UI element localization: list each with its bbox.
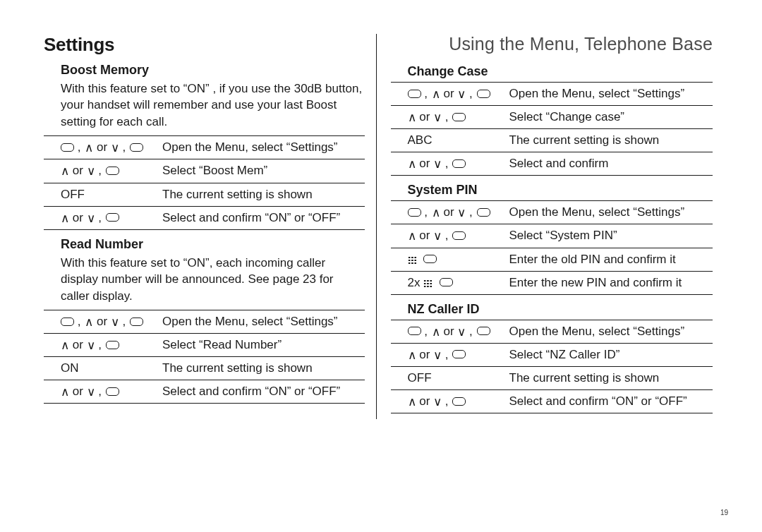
up-icon: ∧	[85, 142, 93, 154]
softkey-icon	[452, 350, 466, 358]
softkey-icon	[477, 208, 490, 217]
section-title-boost-memory: Boost Memory	[61, 63, 365, 78]
up-icon: ∧	[61, 165, 69, 177]
table-row: ONThe current setting is shown	[44, 357, 365, 380]
up-icon: ∧	[408, 230, 416, 242]
table-row: ∧ or ∨ , Select “Change case”	[391, 106, 713, 129]
softkey-icon	[130, 318, 143, 326]
step-description: The current setting is shown	[161, 183, 365, 206]
step-keys: ON	[44, 357, 161, 380]
step-description: Select “System PIN”	[508, 224, 713, 248]
table-row: , ∧ or ∨ , Open the Menu, select “Settin…	[391, 320, 713, 343]
down-icon: ∨	[457, 207, 466, 219]
page-title: Settings	[44, 34, 365, 56]
softkey-icon	[452, 113, 466, 121]
down-icon: ∨	[433, 230, 442, 242]
system-pin-steps-table: , ∧ or ∨ , Open the Menu, select “Settin…	[391, 200, 713, 294]
softkey-icon	[408, 208, 421, 217]
down-icon: ∨	[433, 396, 442, 408]
table-row: ∧ or ∨ , Select “Boost Mem”	[44, 159, 365, 183]
down-icon: ∨	[111, 316, 119, 328]
boost-memory-intro: With this feature set to “ON” , if you u…	[61, 80, 365, 130]
up-icon: ∧	[61, 212, 69, 224]
softkey-icon	[130, 143, 143, 152]
up-icon: ∧	[85, 316, 93, 328]
softkey-icon	[106, 213, 119, 222]
step-description: The current setting is shown	[508, 129, 713, 152]
down-icon: ∨	[87, 212, 95, 224]
up-icon: ∧	[408, 349, 416, 361]
up-icon: ∧	[408, 158, 416, 170]
step-description: Open the Menu, select “Settings”	[508, 201, 713, 224]
table-row: Enter the old PIN and confirm it	[391, 248, 713, 271]
step-keys: ∧ or ∨ ,	[44, 159, 161, 183]
down-icon: ∨	[433, 158, 442, 170]
step-keys: 2x	[391, 271, 508, 294]
softkey-icon	[477, 327, 490, 335]
step-description: Open the Menu, select “Settings”	[161, 136, 365, 159]
softkey-icon	[477, 90, 490, 98]
step-description: Select “NZ Caller ID”	[508, 343, 713, 366]
down-icon: ∨	[433, 349, 442, 361]
table-row: ∧ or ∨ , Select “Read Number”	[44, 334, 365, 357]
down-icon: ∨	[87, 339, 95, 351]
step-description: The current setting is shown	[161, 357, 365, 380]
dialpad-icon	[423, 279, 433, 288]
page-number: 19	[720, 509, 728, 516]
step-keys: ∧ or ∨ ,	[391, 106, 508, 129]
step-description: Open the Menu, select “Settings”	[508, 320, 713, 343]
step-keys: ∧ or ∨ ,	[44, 334, 161, 357]
softkey-icon	[106, 167, 119, 175]
up-icon: ∧	[61, 339, 69, 351]
down-icon: ∨	[457, 88, 466, 100]
section-title-system-pin: System PIN	[408, 183, 713, 198]
nz-caller-id-steps-table: , ∧ or ∨ , Open the Menu, select “Settin…	[391, 320, 713, 413]
table-row: ∧ or ∨ , Select and confirm	[391, 152, 713, 176]
step-keys: , ∧ or ∨ ,	[391, 320, 508, 343]
change-case-steps-table: , ∧ or ∨ , Open the Menu, select “Settin…	[391, 82, 713, 176]
table-row: ∧ or ∨ , Select and confirm “ON” or “OFF…	[44, 206, 365, 229]
read-number-intro: With this feature set to “ON”, each inco…	[61, 255, 365, 304]
read-number-steps-table: , ∧ or ∨ , Open the Menu, select “Settin…	[44, 310, 365, 404]
down-icon: ∨	[457, 326, 466, 338]
step-description: Select and confirm “ON” or “OFF”	[161, 206, 365, 229]
step-keys: ∧ or ∨ ,	[391, 152, 508, 176]
softkey-icon	[452, 231, 466, 240]
step-keys: , ∧ or ∨ ,	[391, 83, 508, 106]
softkey-icon	[106, 387, 119, 396]
step-description: Select and confirm	[508, 152, 713, 176]
manual-page: Settings Boost Memory With this feature …	[0, 0, 762, 440]
right-column: Using the Menu, Telephone Base Change Ca…	[376, 34, 718, 419]
table-row: ∧ or ∨ , Select and confirm “ON” or “OFF…	[44, 380, 365, 404]
step-keys: , ∧ or ∨ ,	[44, 310, 161, 334]
down-icon: ∨	[111, 142, 119, 154]
left-column: Settings Boost Memory With this feature …	[44, 34, 376, 419]
step-keys: ∧ or ∨ ,	[391, 224, 508, 248]
table-row: ABCThe current setting is shown	[391, 129, 713, 152]
up-icon: ∧	[408, 111, 416, 123]
table-row: ∧ or ∨ , Select and confirm “ON” or “OFF…	[391, 390, 713, 413]
section-title-read-number: Read Number	[61, 237, 365, 252]
table-row: ∧ or ∨ , Select “NZ Caller ID”	[391, 343, 713, 366]
step-description: Select and confirm “ON” or “OFF”	[508, 390, 713, 413]
step-description: Select “Read Number”	[161, 334, 365, 357]
softkey-icon	[452, 397, 466, 406]
step-description: Open the Menu, select “Settings”	[161, 310, 365, 334]
softkey-icon	[61, 318, 74, 326]
boost-memory-steps-table: , ∧ or ∨ , Open the Menu, select “Settin…	[44, 135, 365, 229]
up-icon: ∧	[432, 207, 440, 219]
step-keys: OFF	[44, 183, 161, 206]
step-keys: ∧ or ∨ ,	[44, 206, 161, 229]
table-row: OFFThe current setting is shown	[44, 183, 365, 206]
step-description: Open the Menu, select “Settings”	[508, 83, 713, 106]
table-row: 2x Enter the new PIN and confirm it	[391, 271, 713, 294]
step-description: The current setting is shown	[508, 366, 713, 389]
down-icon: ∨	[87, 165, 95, 177]
step-keys: ABC	[391, 129, 508, 152]
table-row: , ∧ or ∨ , Open the Menu, select “Settin…	[391, 201, 713, 224]
softkey-icon	[408, 90, 421, 98]
up-icon: ∧	[432, 88, 440, 100]
step-keys	[391, 248, 508, 271]
step-description: Enter the new PIN and confirm it	[508, 271, 713, 294]
table-row: , ∧ or ∨ , Open the Menu, select “Settin…	[44, 136, 365, 159]
